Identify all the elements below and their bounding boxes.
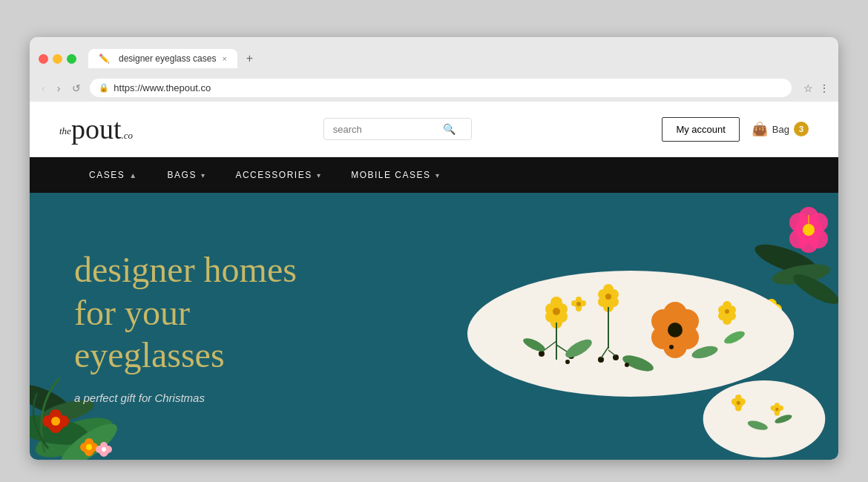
accessories-chevron-icon: ▾ (317, 171, 322, 179)
svg-point-97 (669, 345, 674, 349)
svg-point-85 (576, 306, 582, 311)
svg-point-110 (778, 406, 783, 411)
logo-the: the (59, 125, 71, 136)
logo-pout: pout (71, 113, 122, 145)
svg-point-69 (539, 351, 545, 357)
close-button[interactable] (39, 54, 48, 64)
nav-cases[interactable]: CASES ▲ (74, 159, 153, 191)
svg-point-10 (51, 417, 60, 426)
svg-point-49 (553, 308, 560, 315)
bag-button[interactable]: 👜 Bag 3 (752, 121, 809, 137)
bag-icon: 👜 (752, 121, 768, 137)
hero-product-image (409, 193, 839, 460)
search-bar[interactable]: 🔍 (323, 118, 472, 140)
svg-point-103 (735, 405, 742, 412)
svg-point-93 (723, 316, 731, 325)
maximize-button[interactable] (67, 54, 76, 64)
traffic-lights (39, 54, 76, 64)
svg-point-65 (668, 323, 683, 337)
svg-point-57 (605, 294, 611, 300)
back-button[interactable]: ‹ (39, 81, 48, 96)
second-case-svg (697, 371, 831, 460)
forward-button[interactable]: › (54, 81, 64, 96)
my-account-button[interactable]: My account (662, 117, 739, 142)
hero-section: designer homes for your eyeglasses a per… (30, 193, 838, 460)
hero-title: designer homes for your eyeglasses (74, 248, 297, 377)
tab-title: designer eyeglass cases (119, 53, 216, 64)
site-header: thepout.co 🔍 My account 👜 Bag 3 (30, 102, 838, 157)
svg-point-96 (625, 363, 629, 367)
svg-point-109 (771, 406, 776, 411)
nav-bags[interactable]: BAGS ▾ (153, 159, 221, 191)
svg-point-111 (775, 411, 780, 416)
new-tab-button[interactable]: + (240, 49, 259, 68)
tab-close-button[interactable]: × (222, 54, 226, 63)
hero-content: designer homes for your eyeglasses a per… (74, 248, 297, 404)
svg-point-98 (703, 380, 826, 458)
svg-point-104 (737, 401, 740, 405)
website-content: thepout.co 🔍 My account 👜 Bag 3 (30, 102, 838, 460)
cases-chevron-icon: ▲ (129, 171, 137, 179)
url-text: https://www.thepout.co (114, 82, 211, 93)
hero-subtitle: a perfect gift for Christmas (74, 392, 297, 404)
search-input[interactable] (333, 124, 437, 135)
svg-point-95 (565, 360, 570, 364)
svg-point-94 (725, 309, 729, 314)
svg-point-16 (86, 444, 92, 450)
svg-point-22 (102, 447, 106, 452)
bookmark-button[interactable]: ☆ (803, 82, 813, 94)
bag-count-badge: 3 (794, 122, 809, 136)
search-icon: 🔍 (443, 123, 456, 135)
logo[interactable]: thepout.co (59, 113, 133, 145)
address-bar: ‹ › ↺ 🔒 https://www.thepout.co ☆ ⋮ (30, 74, 838, 102)
logo-co: .co (121, 130, 133, 141)
svg-point-84 (580, 300, 586, 306)
svg-point-83 (571, 300, 577, 306)
bag-label: Bag (772, 124, 789, 135)
refresh-button[interactable]: ↺ (69, 81, 84, 96)
tab-favicon: ✏️ (99, 53, 110, 64)
svg-point-112 (775, 408, 778, 411)
svg-point-86 (576, 302, 581, 306)
svg-point-64 (663, 334, 687, 358)
lock-icon: 🔒 (99, 83, 109, 93)
site-navigation: CASES ▲ BAGS ▾ ACCESSORIES ▾ MOBILE CASE… (30, 157, 838, 193)
nav-mobile-cases[interactable]: MOBILE CASES ▾ (336, 159, 455, 191)
mobile-cases-chevron-icon: ▾ (435, 171, 441, 179)
nav-accessories[interactable]: ACCESSORIES ▾ (220, 159, 336, 191)
browser-tab[interactable]: ✏️ designer eyeglass cases × (88, 49, 237, 68)
url-bar[interactable]: 🔒 https://www.thepout.co (90, 79, 792, 97)
minimize-button[interactable] (53, 54, 62, 64)
bags-chevron-icon: ▾ (201, 171, 206, 179)
menu-button[interactable]: ⋮ (819, 82, 829, 94)
